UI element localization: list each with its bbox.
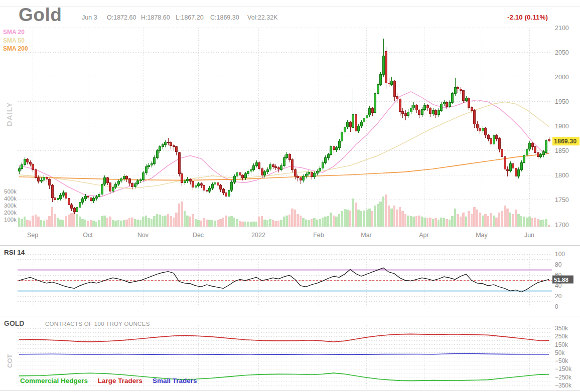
panel-separators bbox=[0, 7, 580, 390]
svg-text:50k: 50k bbox=[555, 349, 565, 356]
svg-text:500k: 500k bbox=[4, 188, 17, 194]
cot-panel-symbol: GOLD bbox=[4, 319, 24, 327]
svg-text:−150k: −150k bbox=[555, 365, 572, 372]
quote-close: C:1869.30 bbox=[210, 14, 239, 21]
volume-layer bbox=[18, 194, 550, 227]
svg-text:200k: 200k bbox=[4, 210, 17, 216]
svg-text:Mar: Mar bbox=[361, 232, 372, 239]
rsi-layer bbox=[18, 268, 552, 292]
svg-text:350k: 350k bbox=[555, 325, 568, 332]
sma-line-2 bbox=[19, 102, 549, 188]
svg-text:2022: 2022 bbox=[251, 232, 265, 239]
svg-text:1850: 1850 bbox=[555, 147, 569, 154]
svg-text:−250k: −250k bbox=[555, 374, 572, 381]
svg-text:1900: 1900 bbox=[555, 123, 569, 130]
sma20-legend-item: SMA 20 bbox=[3, 28, 28, 37]
svg-text:Oct: Oct bbox=[83, 232, 93, 239]
cot-panel-description: CONTRACTS OF 100 TROY OUNCES bbox=[45, 321, 150, 327]
svg-text:Nov: Nov bbox=[137, 232, 149, 239]
svg-text:150k: 150k bbox=[555, 341, 568, 348]
quote-date: Jun 3 bbox=[82, 14, 97, 21]
interval-label: DAILY bbox=[5, 102, 14, 126]
svg-text:2000: 2000 bbox=[555, 74, 569, 81]
rsi-tag: 51.88 bbox=[552, 276, 573, 284]
svg-text:Apr: Apr bbox=[419, 232, 428, 239]
rsi-panel-title: RSI 14 bbox=[4, 249, 25, 256]
sma-legend: SMA 20 SMA 50 SMA 200 bbox=[3, 28, 28, 53]
cot-legend-large: Large Traders bbox=[98, 377, 142, 384]
chart-canvas: 210020502000195019001850180017501700500k… bbox=[0, 0, 580, 392]
svg-text:1869.30: 1869.30 bbox=[554, 138, 576, 145]
sma50-legend-item: SMA 50 bbox=[3, 37, 28, 45]
quote-low: L:1867.20 bbox=[176, 14, 204, 21]
cot-legend: Commercial Hedgers Large Traders Small T… bbox=[20, 377, 205, 384]
cot-legend-small: Small Traders bbox=[153, 377, 197, 384]
cot-legend-commercial: Commercial Hedgers bbox=[20, 377, 88, 384]
svg-text:1950: 1950 bbox=[555, 98, 569, 105]
svg-text:100k: 100k bbox=[4, 217, 17, 223]
svg-text:20: 20 bbox=[555, 293, 562, 300]
svg-text:0: 0 bbox=[555, 303, 558, 310]
svg-text:250k: 250k bbox=[555, 333, 568, 340]
cot-layer bbox=[19, 334, 549, 380]
svg-text:100: 100 bbox=[555, 251, 565, 258]
candlestick-layer bbox=[18, 39, 550, 216]
sma200-legend-item: SMA 200 bbox=[3, 45, 28, 53]
cot-panel-label: COT bbox=[6, 354, 14, 368]
svg-text:2050: 2050 bbox=[555, 49, 569, 56]
svg-text:May: May bbox=[476, 232, 488, 239]
quote-high: H:1878.60 bbox=[141, 14, 170, 21]
svg-text:−50k: −50k bbox=[555, 357, 568, 364]
svg-text:1700: 1700 bbox=[555, 222, 569, 229]
svg-text:Feb: Feb bbox=[313, 232, 324, 239]
svg-text:80: 80 bbox=[555, 261, 562, 268]
quote-open: O:1872.60 bbox=[107, 14, 136, 21]
svg-text:300k: 300k bbox=[4, 203, 17, 209]
rsi-line bbox=[19, 268, 549, 292]
axis-labels: 210020502000195019001850180017501700500k… bbox=[4, 25, 572, 389]
price-tag: 1869.30 bbox=[552, 137, 579, 145]
svg-text:2100: 2100 bbox=[555, 25, 569, 32]
svg-text:Jun: Jun bbox=[524, 232, 534, 239]
svg-text:400k: 400k bbox=[4, 195, 17, 202]
cot-line-2 bbox=[19, 353, 549, 354]
price-change-badge: -2.10 (0.11%) bbox=[507, 14, 548, 21]
svg-text:−350k: −350k bbox=[555, 382, 572, 389]
gold-chart-app: 210020502000195019001850180017501700500k… bbox=[0, 0, 580, 392]
svg-text:1750: 1750 bbox=[555, 197, 569, 204]
svg-text:Dec: Dec bbox=[193, 232, 204, 239]
svg-text:Sep: Sep bbox=[27, 232, 38, 239]
quote-volume: Vol:22.32K bbox=[247, 14, 277, 21]
svg-text:1800: 1800 bbox=[555, 172, 569, 179]
symbol-title: Gold bbox=[19, 5, 62, 26]
svg-text:51.88: 51.88 bbox=[554, 277, 568, 283]
